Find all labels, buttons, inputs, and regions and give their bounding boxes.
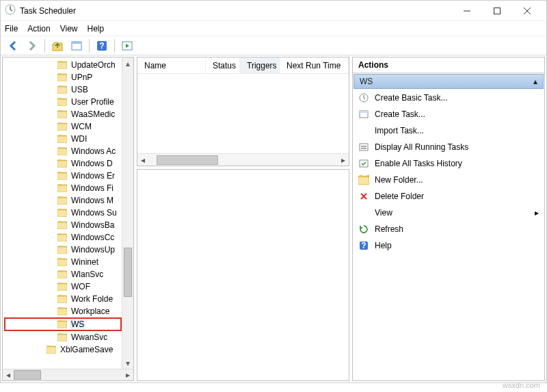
tree-item-label: WindowsBa [70, 220, 116, 230]
tree-item[interactable]: Windows Er [4, 170, 122, 182]
svg-rect-21 [57, 222, 67, 229]
svg-rect-15 [57, 148, 67, 155]
tree-item-label: WlanSvc [70, 270, 105, 279]
minimize-button[interactable] [452, 1, 482, 21]
tree-item[interactable]: WDI [4, 133, 122, 145]
tree-item[interactable]: Windows Su [4, 207, 122, 219]
svg-rect-14 [57, 136, 67, 143]
svg-rect-10 [57, 87, 67, 94]
tree-item-label: WindowsUp [70, 245, 116, 254]
tree-item[interactable]: UPnP [4, 71, 122, 83]
col-nextrun[interactable]: Next Run Time [280, 57, 349, 73]
tree-item[interactable]: Windows Fi [4, 182, 122, 194]
tree-item-label: Windows M [70, 196, 115, 205]
col-status[interactable]: Status [206, 57, 240, 73]
tree-item-label: Windows Fi [70, 183, 115, 193]
tree-item[interactable]: WindowsCc [4, 231, 122, 244]
action-item[interactable]: Create Basic Task... [353, 90, 544, 106]
action-item[interactable]: Enable All Tasks History [353, 155, 544, 172]
tree-item-label: UpdateOrch [70, 60, 117, 70]
action-item[interactable]: Create Task... [353, 106, 544, 122]
svg-rect-16 [57, 161, 67, 168]
task-detail-pane [137, 169, 349, 381]
svg-rect-1 [494, 8, 501, 14]
svg-rect-12 [57, 112, 67, 118]
tree-item[interactable]: UpdateOrch [4, 59, 122, 71]
tree-item-label: Windows Er [70, 171, 116, 181]
tree-item[interactable]: Workplace [4, 305, 122, 317]
col-name[interactable]: Name [137, 57, 206, 73]
action-item[interactable]: Delete Folder [353, 188, 544, 205]
tree-item-label: Workplace [70, 306, 111, 316]
tree-item[interactable]: USB [4, 83, 122, 96]
task-list-headers: Name Status Triggers Next Run Time [137, 57, 349, 74]
action-icon [358, 158, 369, 169]
action-icon [358, 142, 369, 153]
tree-item-label: WaaSMedic [70, 109, 116, 119]
tree-item-label: Windows Ac [70, 146, 117, 156]
tree-item[interactable]: WindowsBa [4, 219, 122, 231]
svg-rect-29 [57, 322, 67, 328]
tree-item-label: XblGameSave [59, 345, 114, 354]
tree-item-label: WDI [70, 134, 88, 144]
svg-rect-31 [46, 347, 56, 354]
tree-item[interactable]: WindowsUp [4, 244, 122, 256]
scroll-left-icon[interactable]: ◂ [3, 369, 14, 380]
action-item[interactable]: Import Task... [353, 122, 544, 139]
scroll-right-icon[interactable]: ▸ [338, 155, 349, 166]
tree-item[interactable]: User Profile [4, 96, 122, 108]
tree-item[interactable]: Windows M [4, 194, 122, 207]
collapse-icon: ▴ [533, 77, 537, 86]
maximize-button[interactable] [482, 1, 512, 21]
scroll-down-icon[interactable]: ▾ [122, 357, 133, 369]
menu-help[interactable]: Help [88, 24, 105, 34]
action-item[interactable]: Refresh [353, 221, 544, 237]
menu-file[interactable]: File [5, 24, 18, 34]
tree-item[interactable]: WwanSvc [4, 331, 122, 343]
tree-item[interactable]: Wininet [4, 256, 122, 268]
scroll-right-icon[interactable]: ▸ [122, 369, 133, 380]
scroll-left-icon[interactable]: ◂ [137, 155, 148, 166]
svg-rect-11 [57, 99, 67, 106]
menu-action[interactable]: Action [27, 24, 50, 34]
run-button[interactable] [119, 38, 135, 53]
hscroll-thumb[interactable] [157, 155, 218, 165]
tree-item-label: Work Folde [70, 294, 114, 304]
tree-item[interactable]: Windows Ac [4, 145, 122, 157]
actions-title: Actions [353, 57, 544, 73]
svg-rect-26 [57, 284, 67, 291]
view-toggle-button[interactable] [68, 38, 85, 53]
col-triggers[interactable]: Triggers [240, 57, 280, 73]
tree-item[interactable]: Work Folde [4, 293, 122, 305]
forward-button[interactable] [24, 38, 40, 53]
tree-vscrollbar[interactable]: ▴ ▾ [122, 57, 133, 369]
tree-scroll[interactable]: UpdateOrchUPnPUSBUser ProfileWaaSMedicWC… [3, 57, 122, 369]
hscroll-thumb[interactable] [14, 370, 41, 380]
action-item[interactable]: Display All Running Tasks [353, 139, 544, 155]
action-item[interactable]: ✳New Folder... [353, 172, 544, 188]
task-list-body[interactable] [137, 74, 349, 153]
tree-item[interactable]: Windows D [4, 157, 122, 170]
submenu-arrow-icon: ▸ [535, 208, 539, 218]
menu-view[interactable]: View [60, 24, 78, 34]
tree-hscrollbar[interactable]: ◂ ▸ [3, 369, 133, 380]
close-button[interactable] [512, 1, 542, 21]
back-button[interactable] [5, 38, 21, 53]
tree-item[interactable]: XblGameSave [4, 343, 122, 356]
tree-item[interactable]: WlanSvc [4, 268, 122, 280]
vscroll-thumb[interactable] [124, 248, 132, 297]
actions-section-header[interactable]: WS ▴ [353, 74, 544, 89]
action-item[interactable]: ?Help [353, 237, 544, 254]
action-label: Enable All Tasks History [375, 159, 462, 168]
up-button[interactable] [49, 38, 66, 53]
scroll-up-icon[interactable]: ▴ [122, 57, 133, 69]
tree-item[interactable]: WOF [4, 280, 122, 293]
help-button[interactable]: ? [94, 38, 110, 53]
tree-item[interactable]: WaaSMedic [4, 108, 122, 120]
action-item[interactable]: View▸ [353, 205, 544, 221]
tree-item-selected[interactable]: WS [4, 317, 122, 331]
svg-rect-18 [57, 185, 67, 192]
tree-item[interactable]: WCM [4, 120, 122, 133]
tasklist-hscrollbar[interactable]: ◂ ▸ [137, 153, 349, 166]
svg-rect-23 [57, 247, 67, 254]
